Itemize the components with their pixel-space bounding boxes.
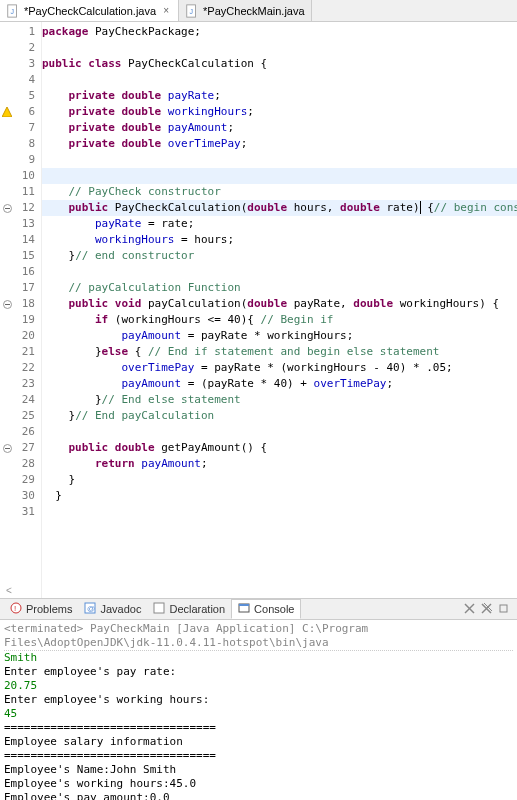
fold-icon[interactable] [0, 296, 14, 312]
console-line: Smith [4, 651, 513, 665]
code-line[interactable]: private double workingHours; [42, 104, 517, 120]
line-number: 21 [14, 344, 41, 360]
gutter-marker [0, 328, 14, 344]
code-line[interactable]: private double payAmount; [42, 120, 517, 136]
tab-paycheckcalculation[interactable]: J *PayCheckCalculation.java × [0, 0, 179, 21]
code-line[interactable]: overTimePay = payRate * (workingHours - … [42, 360, 517, 376]
tab-label: Problems [26, 603, 72, 615]
close-icon[interactable]: × [160, 5, 172, 17]
line-number: 15 [14, 248, 41, 264]
gutter-marker [0, 184, 14, 200]
gutter-marker [0, 136, 14, 152]
line-number: 10 [14, 168, 41, 184]
tab-problems[interactable]: ! Problems [4, 600, 78, 618]
line-number: 11 [14, 184, 41, 200]
fold-icon[interactable] [0, 440, 14, 456]
gutter-marker [0, 72, 14, 88]
line-number: 9 [14, 152, 41, 168]
code-area[interactable]: package PayCheckPackage; public class Pa… [42, 22, 517, 598]
line-number: 26 [14, 424, 41, 440]
tab-paycheckmain[interactable]: J *PayCheckMain.java [179, 0, 312, 21]
code-line[interactable]: }else { // End if statement and begin el… [42, 344, 517, 360]
console-line: Employee's pay amount:0.0 [4, 791, 513, 800]
gutter-marker [0, 24, 14, 40]
code-line[interactable]: // payCalculation Function [42, 280, 517, 296]
code-line[interactable]: } [42, 472, 517, 488]
svg-rect-23 [500, 605, 507, 612]
gutter-marker [0, 264, 14, 280]
code-line[interactable]: payAmount = payRate * workingHours; [42, 328, 517, 344]
pin-console-icon[interactable] [498, 603, 509, 616]
tab-label: *PayCheckCalculation.java [24, 5, 156, 17]
code-editor[interactable]: 1234567891011121314151617181920212223242… [0, 22, 517, 598]
editor-tabs: J *PayCheckCalculation.java × J *PayChec… [0, 0, 517, 22]
code-line[interactable]: }// End payCalculation [42, 408, 517, 424]
line-number: 17 [14, 280, 41, 296]
gutter-marker [0, 456, 14, 472]
console-line: Employee salary information [4, 735, 513, 749]
console-toolbar [464, 603, 513, 616]
code-line[interactable]: public PayCheckCalculation(double hours,… [42, 200, 517, 216]
line-number: 23 [14, 376, 41, 392]
console-output[interactable]: <terminated> PayCheckMain [Java Applicat… [0, 620, 517, 800]
gutter-marker [0, 472, 14, 488]
line-number: 8 [14, 136, 41, 152]
problems-icon: ! [10, 602, 22, 616]
bottom-view-tabs: ! Problems @ Javadoc Declaration Console [0, 598, 517, 620]
line-number: 14 [14, 232, 41, 248]
code-line[interactable]: private double overTimePay; [42, 136, 517, 152]
code-line[interactable]: workingHours = hours; [42, 232, 517, 248]
console-line: Enter employee's working hours: [4, 693, 513, 707]
gutter-marker [0, 344, 14, 360]
code-line[interactable]: private double payRate; [42, 88, 517, 104]
code-line[interactable]: public class PayCheckCalculation { [42, 56, 517, 72]
svg-text:!: ! [14, 604, 16, 613]
gutter-marker [0, 216, 14, 232]
console-line: Employee's working hours:45.0 [4, 777, 513, 791]
fold-icon[interactable] [0, 200, 14, 216]
code-line[interactable] [42, 40, 517, 56]
code-line[interactable]: package PayCheckPackage; [42, 24, 517, 40]
line-number: 20 [14, 328, 41, 344]
code-line[interactable] [42, 264, 517, 280]
code-line[interactable]: public double getPayAmount() { [42, 440, 517, 456]
remove-launch-icon[interactable] [464, 603, 475, 616]
code-line[interactable]: } [42, 488, 517, 504]
console-line: ================================ [4, 721, 513, 735]
gutter-marker [0, 280, 14, 296]
tab-declaration[interactable]: Declaration [147, 600, 231, 618]
svg-text:J: J [10, 7, 14, 14]
gutter-marker [0, 168, 14, 184]
code-line[interactable] [42, 72, 517, 88]
gutter-marker [0, 88, 14, 104]
line-number: 19 [14, 312, 41, 328]
line-number: 16 [14, 264, 41, 280]
code-line[interactable]: }// end constructor [42, 248, 517, 264]
code-line[interactable]: return payAmount; [42, 456, 517, 472]
gutter-marker [0, 424, 14, 440]
code-line[interactable] [42, 424, 517, 440]
line-number: 4 [14, 72, 41, 88]
code-line[interactable]: payRate = rate; [42, 216, 517, 232]
code-line[interactable]: }// End else statement [42, 392, 517, 408]
gutter-marker [0, 248, 14, 264]
code-line[interactable] [42, 152, 517, 168]
line-number: 30 [14, 488, 41, 504]
java-file-icon: J [185, 4, 199, 18]
remove-all-icon[interactable] [481, 603, 492, 616]
scroll-left-icon[interactable]: < [6, 585, 12, 596]
gutter-marker [0, 376, 14, 392]
code-line[interactable]: // PayCheck constructor [42, 184, 517, 200]
tab-console[interactable]: Console [231, 599, 301, 619]
gutter-marker [0, 360, 14, 376]
line-number: 27 [14, 440, 41, 456]
code-line[interactable] [42, 504, 517, 520]
line-number: 1 [14, 24, 41, 40]
code-line[interactable]: public void payCalculation(double payRat… [42, 296, 517, 312]
line-number: 28 [14, 456, 41, 472]
code-line[interactable]: payAmount = (payRate * 40) + overTimePay… [42, 376, 517, 392]
code-line[interactable]: if (workingHours <= 40){ // Begin if [42, 312, 517, 328]
tab-javadoc[interactable]: @ Javadoc [78, 600, 147, 618]
line-number: 3 [14, 56, 41, 72]
code-line[interactable] [42, 168, 517, 184]
